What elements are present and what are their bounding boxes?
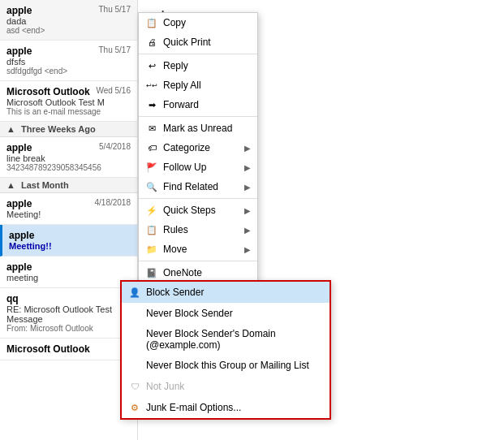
- menu-separator-2: [139, 116, 257, 117]
- menu-label: Move: [163, 244, 187, 255]
- submenu-item-not-junk: Not Junk: [122, 376, 330, 397]
- menu-label: Reply: [163, 60, 188, 71]
- menu-item-mark-unread[interactable]: Mark as Unread: [139, 119, 257, 138]
- menu-label: Find Related: [163, 181, 218, 192]
- submenu-item-never-block-sender[interactable]: Never Block Sender: [122, 303, 330, 324]
- submenu-item-block-sender[interactable]: Block Sender: [122, 282, 330, 303]
- email-preview: 342348789239058345456: [6, 163, 131, 172]
- email-subject: RE: Microsoft Outlook Test Message: [6, 304, 131, 324]
- email-sender: apple: [9, 230, 131, 241]
- email-date: Thu 5/17: [99, 5, 131, 14]
- reply-all-icon: [145, 79, 158, 92]
- section-arrow: ▲: [6, 124, 15, 134]
- submenu-arrow: ▶: [244, 144, 251, 153]
- submenu-item-junk-options[interactable]: Junk E-mail Options...: [122, 397, 330, 418]
- email-item-apple-meetting[interactable]: apple Meetting!!: [0, 225, 137, 257]
- section-last-month[interactable]: ▲ Last Month: [0, 178, 137, 193]
- menu-item-categorize[interactable]: Categorize ▶: [139, 138, 257, 157]
- email-sender: apple: [6, 261, 131, 273]
- email-subject: Microsoft Outlook Test M: [6, 97, 131, 107]
- rules-icon: [145, 223, 158, 236]
- email-date: 5/4/2018: [99, 142, 131, 151]
- email-subject: line break: [6, 153, 131, 163]
- submenu-label: Never Block this Group or Mailing List: [146, 360, 309, 371]
- submenu-label: Never Block Sender's Domain (@example.co…: [146, 328, 323, 351]
- section-label: Last Month: [21, 180, 69, 190]
- menu-item-move[interactable]: Move ▶: [139, 239, 257, 259]
- email-preview: sdfdgdfgd <end>: [6, 67, 131, 75]
- menu-item-copy[interactable]: Copy: [139, 13, 257, 32]
- menu-item-follow-up[interactable]: Follow Up ▶: [139, 157, 257, 177]
- email-item-ms-outlook2[interactable]: Microsoft Outlook: [0, 339, 137, 360]
- menu-label: Mark as Unread: [163, 123, 232, 134]
- find-icon: [145, 180, 158, 193]
- menu-label: Quick Print: [163, 37, 211, 48]
- section-three-weeks[interactable]: ▲ Three Weeks Ago: [0, 122, 137, 137]
- submenu-item-never-block-domain[interactable]: Never Block Sender's Domain (@example.co…: [122, 324, 330, 355]
- menu-label: Copy: [163, 17, 186, 28]
- menu-item-forward[interactable]: Forward: [139, 95, 257, 114]
- menu-item-quick-steps[interactable]: Quick Steps ▶: [139, 201, 257, 220]
- submenu-arrow: ▶: [244, 226, 251, 235]
- menu-item-reply-all[interactable]: Reply All: [139, 75, 257, 95]
- notjunk-icon: [128, 380, 141, 393]
- menu-item-quick-print[interactable]: Quick Print: [139, 32, 257, 52]
- submenu-label: Block Sender: [146, 287, 204, 298]
- copy-icon: [145, 16, 158, 29]
- empty-icon: [128, 333, 141, 346]
- menu-label: Reply All: [163, 80, 201, 91]
- forward-icon: [145, 98, 158, 111]
- junk-submenu: Block Sender Never Block Sender Never Bl…: [120, 280, 331, 420]
- email-item-apple-dada[interactable]: Thu 5/17 apple dada asd <end>: [0, 0, 137, 41]
- email-item-qq[interactable]: qq RE: Microsoft Outlook Test Message Fr…: [0, 288, 137, 339]
- empty-icon: [128, 359, 141, 372]
- email-date: Wed 5/16: [96, 86, 131, 95]
- email-sender: qq: [6, 293, 131, 304]
- unread-icon: [145, 122, 158, 135]
- section-arrow: ▲: [6, 180, 15, 190]
- menu-separator-3: [139, 198, 257, 199]
- quick-steps-icon: [145, 204, 158, 217]
- email-subject: Meetting!!: [9, 241, 131, 251]
- block-icon: [128, 286, 141, 299]
- email-item-ms-outlook[interactable]: Wed 5/16 Microsoft Outlook Microsoft Out…: [0, 81, 137, 122]
- submenu-arrow: ▶: [244, 245, 251, 254]
- email-preview: From: Microsoft Outlook: [6, 324, 131, 333]
- print-icon: [145, 36, 158, 49]
- email-subject: dada: [6, 16, 131, 26]
- followup-icon: [145, 161, 158, 174]
- submenu-label: Junk E-mail Options...: [146, 402, 241, 413]
- email-preview: asd <end>: [6, 26, 131, 35]
- email-date: Thu 5/17: [99, 45, 131, 54]
- email-item-apple-dfsfs[interactable]: Thu 5/17 apple dfsfs sdfdgdfgd <end>: [0, 41, 137, 81]
- junk-opts-icon: [128, 401, 141, 414]
- email-sender: Microsoft Outlook: [6, 343, 131, 355]
- reply-icon: [145, 59, 158, 72]
- email-subject: Meeting!: [6, 209, 131, 219]
- move-icon: [145, 243, 158, 256]
- submenu-item-never-block-group[interactable]: Never Block this Group or Mailing List: [122, 355, 330, 376]
- submenu-arrow: ▶: [244, 163, 251, 172]
- submenu-label: Never Block Sender: [146, 308, 233, 319]
- email-subject: dfsfs: [6, 57, 131, 67]
- menu-label: OneNote: [163, 267, 202, 278]
- empty-icon: [128, 307, 141, 320]
- menu-label: Forward: [163, 99, 199, 110]
- menu-item-reply[interactable]: Reply: [139, 56, 257, 75]
- email-item-apple-meeting[interactable]: 4/18/2018 apple Meeting!: [0, 193, 137, 225]
- menu-label: Follow Up: [163, 162, 206, 173]
- onenote-icon: [145, 266, 158, 279]
- submenu-label: Not Junk: [146, 381, 184, 392]
- menu-item-rules[interactable]: Rules ▶: [139, 220, 257, 239]
- section-label: Three Weeks Ago: [21, 124, 96, 134]
- categorize-icon: [145, 141, 158, 154]
- email-item-apple-meeting2[interactable]: apple meeting: [0, 257, 137, 288]
- menu-label: Categorize: [163, 142, 210, 153]
- menu-label: Quick Steps: [163, 205, 216, 216]
- email-item-apple-linebreak[interactable]: 5/4/2018 apple line break 34234878923905…: [0, 137, 137, 178]
- menu-separator: [139, 54, 257, 54]
- menu-label: Rules: [163, 224, 188, 235]
- email-date: 4/18/2018: [95, 198, 131, 207]
- menu-separator-4: [139, 261, 257, 261]
- menu-item-find-related[interactable]: Find Related ▶: [139, 177, 257, 196]
